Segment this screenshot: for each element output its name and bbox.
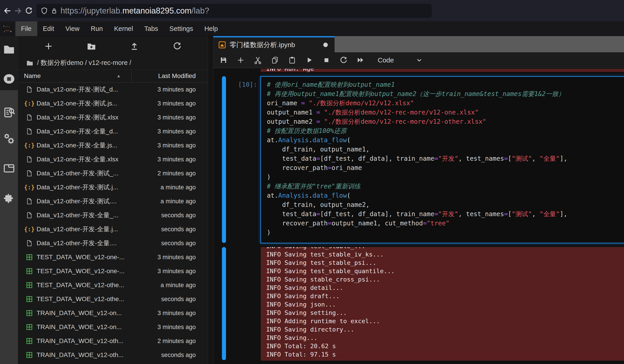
file-row[interactable]: TRAIN_DATA_WOE_v12-oth... 2 minutes ago (18, 334, 208, 348)
copy-icon[interactable] (270, 55, 280, 65)
code-line: output_name2 = "./数据分析demo/v12-rec-more/… (267, 117, 624, 126)
file-browser-icon[interactable] (3, 43, 15, 55)
file-row[interactable]: Data_v12-other-开发-测试.... a minute ago (18, 194, 208, 208)
input-collapser[interactable] (222, 76, 226, 243)
output-line: INFO Saving... (266, 334, 624, 342)
spreadsheet-file-icon (26, 295, 33, 303)
file-row[interactable]: {:} Data_v12-one-开发-全量.js... 3 minutes a… (18, 138, 208, 152)
file-row[interactable]: TEST_DATA_WOE_v12-one-... 3 minutes ago (18, 264, 208, 278)
inspector-icon[interactable] (3, 106, 15, 118)
file-row[interactable]: TEST_DATA_WOE_v12-othe... a minute ago (18, 278, 208, 292)
breadcrumb-path[interactable]: / 数据分析demo / v12-rec-more / (37, 58, 131, 68)
fast-forward-icon[interactable] (356, 55, 366, 65)
back-icon[interactable] (2, 6, 12, 16)
output-line: INFO Saving draft... (266, 292, 624, 300)
output-line: INFO Total: 20.62 s (266, 342, 624, 350)
menubar-item-run[interactable]: Run (85, 22, 108, 36)
run-icon[interactable] (304, 55, 314, 65)
code-line: ) (267, 228, 624, 237)
shield-icon[interactable] (41, 7, 48, 14)
file-row[interactable]: TRAIN_DATA_WOE_v12-on... 3 minutes ago (18, 306, 208, 320)
column-header-name[interactable]: Name (24, 72, 41, 80)
menubar-item-edit[interactable]: Edit (37, 22, 60, 36)
sort-ascending-icon[interactable]: ▲ (116, 73, 121, 78)
menubar-item-kernel[interactable]: Kernel (108, 22, 139, 36)
output-collapser[interactable] (222, 247, 226, 360)
menubar-item-view[interactable]: View (60, 22, 85, 36)
file-row[interactable]: Data_v12-one-开发-全量.xlsx 3 minutes ago (18, 152, 208, 166)
lock-icon[interactable] (51, 8, 57, 14)
file-name: Data_v12-one-开发-全量_d... (37, 127, 118, 136)
file-row[interactable]: {:} Data_v12-other-开发-全量.j... seconds ag… (18, 222, 208, 236)
file-row[interactable]: {:} Data_v12-one-开发-测试.js... 3 minutes a… (18, 96, 208, 111)
file-name: Data_v12-other-开发-全量.j... (37, 225, 118, 233)
address-bar[interactable]: https://jupyterlab.metanoia8295.com/lab? (37, 4, 432, 18)
code-line: at.Analysis.data_flow( (267, 191, 624, 200)
unsaved-changes-dot[interactable] (323, 43, 328, 47)
cell-type-dropdown[interactable]: Code (378, 56, 394, 64)
menubar-item-settings[interactable]: Settings (164, 22, 199, 36)
file-row[interactable]: TEST_DATA_WOE_v12-othe... seconds ago (18, 292, 208, 306)
refresh-icon[interactable] (171, 40, 183, 52)
extensions-icon[interactable] (3, 192, 15, 204)
json-file-icon: {:} (26, 225, 33, 233)
panel-splitter[interactable] (208, 36, 213, 364)
restart-icon[interactable] (338, 55, 349, 65)
jupyter-logo-icon (2, 23, 13, 34)
notebook-tab[interactable]: 零门槛数据分析.ipynb (213, 36, 335, 52)
open-tabs-icon[interactable] (3, 162, 15, 174)
activity-bar (0, 36, 18, 364)
settings-gears-icon[interactable] (3, 133, 15, 145)
running-kernels-icon[interactable] (3, 73, 15, 85)
code-cell-editor[interactable]: # 使用ori_name配置映射到output_name1# 再使用output… (260, 76, 624, 243)
file-row[interactable]: TRAIN_DATA_WOE_v12-on... 3 minutes ago (18, 320, 208, 334)
file-name: TEST_DATA_WOE_v12-othe... (37, 281, 124, 289)
spreadsheet-file-icon (26, 337, 33, 345)
upload-icon[interactable] (129, 40, 140, 52)
output-line: INFO Saving setting... (266, 309, 624, 317)
file-modified-time: 3 minutes ago (157, 324, 196, 331)
file-list-header: Name ▲ Last Modified (18, 69, 208, 83)
file-name: Data_v12-other-开发-测试_... (37, 169, 119, 178)
notebook-content: INFO Run: Age [10]: # 使用ori_name配置映射到out… (213, 68, 624, 364)
cut-icon[interactable] (253, 55, 263, 65)
file-name: Data_v12-other-开发-测试.j... (37, 183, 118, 192)
file-row[interactable]: Data_v12-one-开发-测试.xlsx 3 minutes ago (18, 111, 208, 124)
new-launcher-icon[interactable] (43, 40, 54, 52)
new-folder-icon[interactable] (86, 40, 97, 52)
file-row[interactable]: {:} Data_v12-other-开发-测试.j... a minute a… (18, 180, 208, 194)
output-line: INFO Saving json... (266, 300, 624, 309)
file-row[interactable]: TRAIN_DATA_WOE_v12-oth... seconds ago (18, 348, 208, 362)
file-row[interactable]: Data_v12-one-开发-全量_d... 3 minutes ago (18, 124, 208, 138)
document-file-icon (26, 211, 33, 219)
chevron-down-icon[interactable] (416, 57, 423, 64)
menubar-item-file[interactable]: File (15, 22, 37, 36)
breadcrumb[interactable]: / 数据分析demo / v12-rec-more / (18, 56, 208, 69)
file-name: Data_v12-other-开发-全量_... (37, 211, 119, 220)
code-line: # 继承配置并按"tree"重新训练 (267, 182, 624, 191)
menubar-item-tabs[interactable]: Tabs (139, 22, 164, 36)
home-folder-icon[interactable] (26, 59, 33, 67)
reload-icon[interactable] (24, 6, 34, 16)
save-icon[interactable] (218, 55, 229, 65)
file-row[interactable]: TEST_DATA_WOE_v12-one-... 3 minutes ago (18, 250, 208, 264)
code-line: test_data=[df_test, df_data], train_name… (267, 209, 624, 219)
file-modified-time: seconds ago (161, 240, 196, 247)
file-row[interactable]: Data_v12-other-开发-全量_... seconds ago (18, 208, 208, 222)
file-row[interactable]: Data_v12-one-开发-测试_d... 3 minutes ago (18, 83, 208, 96)
stop-icon[interactable] (321, 55, 332, 65)
previous-output-clipped: INFO Run: Age (261, 69, 624, 72)
file-row[interactable]: Data_v12-other-开发-测试_... 2 minutes ago (18, 166, 208, 180)
file-modified-time: seconds ago (161, 226, 196, 233)
forward-icon[interactable] (13, 6, 23, 16)
file-row[interactable]: Data_v12-other-开发-全量.... seconds ago (18, 236, 208, 250)
add-cell-icon[interactable] (235, 55, 246, 65)
file-modified-time: a minute ago (160, 282, 196, 289)
column-header-modified[interactable]: Last Modified (158, 72, 196, 80)
paste-icon[interactable] (287, 55, 297, 65)
file-browser-panel: / 数据分析demo / v12-rec-more / Name ▲ Last … (18, 36, 208, 364)
output-line: INFO Total: 97.15 s (266, 350, 624, 359)
menubar-item-help[interactable]: Help (199, 22, 224, 36)
code-line: df_train, output_name2, (267, 200, 624, 209)
output-line: INFO Saving test_stable_psi... (266, 258, 624, 267)
